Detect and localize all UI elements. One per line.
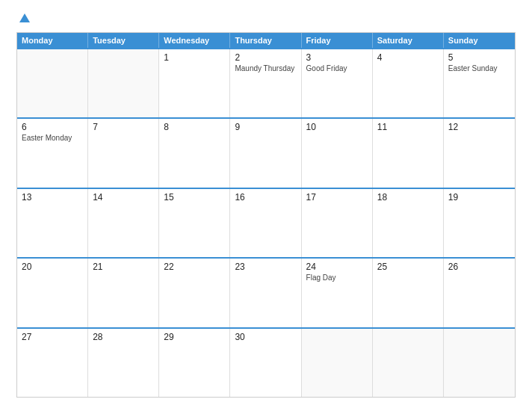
calendar-cell: 17 [302, 189, 373, 257]
calendar-cell: 5Easter Sunday [444, 49, 515, 117]
cell-event-label: Flag Day [306, 274, 368, 282]
calendar-cell: 11 [373, 119, 444, 187]
cell-date-number: 23 [235, 262, 296, 272]
cell-date-number: 17 [306, 192, 368, 203]
calendar-cell: 18 [373, 189, 444, 257]
calendar-cell: 26 [444, 259, 515, 327]
calendar-cell: 1 [159, 49, 230, 117]
cell-date-number: 19 [448, 192, 510, 203]
calendar-cell: 20 [17, 259, 88, 327]
cell-date-number: 21 [93, 262, 154, 272]
cell-date-number: 28 [93, 332, 154, 342]
calendar-week-1: 12Maundy Thursday3Good Friday45Easter Su… [17, 48, 515, 117]
calendar-header [16, 13, 516, 23]
calendar-cell: 3Good Friday [302, 49, 373, 117]
logo-triangle-icon [19, 13, 30, 22]
day-header-monday: Monday [17, 33, 88, 48]
calendar-body: 12Maundy Thursday3Good Friday45Easter Su… [17, 48, 515, 397]
cell-date-number: 5 [448, 52, 510, 63]
calendar-grid: MondayTuesdayWednesdayThursdayFridaySatu… [16, 32, 516, 398]
cell-date-number: 27 [22, 332, 83, 342]
cell-date-number: 18 [377, 192, 439, 203]
calendar-cell: 6Easter Monday [17, 119, 88, 187]
calendar-cell: 4 [373, 49, 444, 117]
calendar-cell [373, 329, 444, 397]
cell-date-number: 24 [306, 262, 368, 272]
cell-date-number: 3 [306, 52, 368, 63]
cell-date-number: 7 [93, 122, 154, 132]
cell-date-number: 29 [164, 332, 225, 342]
calendar-cell: 10 [302, 119, 373, 187]
calendar-cell: 12 [444, 119, 515, 187]
calendar-cell: 2Maundy Thursday [230, 49, 301, 117]
calendar-cell: 13 [17, 189, 88, 257]
calendar-cell: 23 [230, 259, 301, 327]
cell-date-number: 10 [306, 122, 368, 132]
cell-date-number: 15 [164, 192, 225, 203]
calendar-cell: 28 [88, 329, 159, 397]
calendar-cell: 15 [159, 189, 230, 257]
cell-date-number: 16 [235, 192, 296, 203]
cell-date-number: 2 [235, 52, 296, 63]
calendar-cell [88, 49, 159, 117]
calendar-day-headers: MondayTuesdayWednesdayThursdayFridaySatu… [17, 33, 515, 48]
cell-date-number: 30 [235, 332, 296, 342]
cell-event-label: Good Friday [306, 64, 368, 72]
calendar-week-3: 13141516171819 [17, 188, 515, 257]
calendar-cell: 7 [88, 119, 159, 187]
cell-event-label: Easter Monday [22, 134, 83, 142]
day-header-thursday: Thursday [230, 33, 301, 48]
day-header-wednesday: Wednesday [159, 33, 230, 48]
cell-date-number: 6 [22, 122, 83, 132]
cell-date-number: 9 [235, 122, 296, 132]
cell-date-number: 8 [164, 122, 225, 132]
calendar-cell: 14 [88, 189, 159, 257]
calendar-cell: 21 [88, 259, 159, 327]
calendar-cell: 25 [373, 259, 444, 327]
calendar-cell: 19 [444, 189, 515, 257]
cell-date-number: 11 [377, 122, 439, 132]
cell-date-number: 4 [377, 52, 439, 63]
calendar-cell: 30 [230, 329, 301, 397]
cell-date-number: 13 [22, 192, 83, 203]
cell-date-number: 22 [164, 262, 225, 272]
calendar-cell [444, 329, 515, 397]
calendar-cell: 16 [230, 189, 301, 257]
calendar-week-2: 6Easter Monday789101112 [17, 117, 515, 187]
calendar-week-4: 2021222324Flag Day2526 [17, 257, 515, 327]
day-header-friday: Friday [302, 33, 373, 48]
cell-date-number: 12 [448, 122, 510, 132]
calendar-cell [17, 49, 88, 117]
day-header-tuesday: Tuesday [88, 33, 159, 48]
cell-date-number: 1 [164, 52, 225, 63]
day-header-sunday: Sunday [444, 33, 515, 48]
calendar-cell: 8 [159, 119, 230, 187]
cell-event-label: Maundy Thursday [235, 64, 296, 72]
logo [16, 13, 30, 23]
calendar-cell: 27 [17, 329, 88, 397]
calendar-cell: 9 [230, 119, 301, 187]
cell-date-number: 14 [93, 192, 154, 203]
calendar-cell: 24Flag Day [302, 259, 373, 327]
cell-event-label: Easter Sunday [448, 64, 510, 72]
calendar-cell: 29 [159, 329, 230, 397]
calendar-cell: 22 [159, 259, 230, 327]
cell-date-number: 25 [377, 262, 439, 272]
day-header-saturday: Saturday [373, 33, 444, 48]
cell-date-number: 20 [22, 262, 83, 272]
calendar-cell [302, 329, 373, 397]
cell-date-number: 26 [448, 262, 510, 272]
calendar-week-5: 27282930 [17, 327, 515, 397]
